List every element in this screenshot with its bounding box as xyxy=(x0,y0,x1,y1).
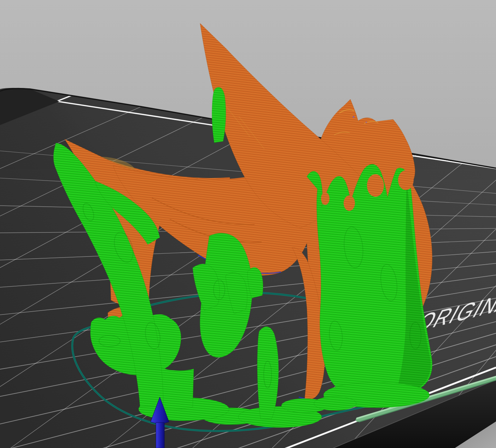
support-mid-tall-finger xyxy=(257,327,279,419)
support-pad xyxy=(314,396,356,411)
support-wing-sliver xyxy=(212,87,226,143)
support-left-column xyxy=(160,367,194,409)
z-arrow-shaft xyxy=(156,423,164,448)
slicer-viewport[interactable]: ORIGINAL xyxy=(0,0,496,448)
